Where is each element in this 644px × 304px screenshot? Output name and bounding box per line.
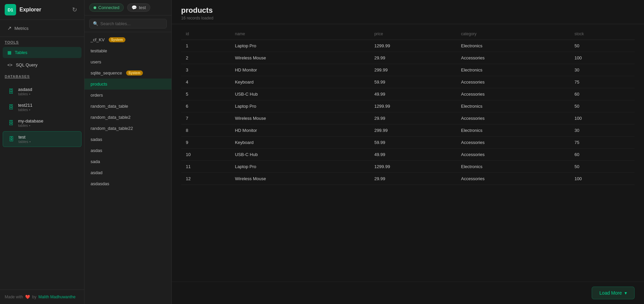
col-header-price: price	[370, 28, 457, 40]
logo-title: Explorer	[19, 7, 41, 13]
cell-price: 29.99	[370, 173, 457, 185]
db-icon: 🗄	[7, 119, 15, 127]
logo-box: D1	[5, 4, 16, 15]
cell-stock: 50	[570, 100, 635, 112]
cell-category: Electronics	[457, 100, 570, 112]
cell-price: 1299.99	[370, 100, 457, 112]
footer-by: by	[32, 295, 37, 299]
table-list-item[interactable]: asdas	[85, 145, 171, 156]
table-row[interactable]: 5USB-C Hub49.99Accessories60	[181, 88, 635, 100]
db-tag-icon: 💬	[131, 5, 137, 10]
table-row[interactable]: 11Laptop Pro1299.99Electronics50	[181, 161, 635, 173]
cell-name: HD Monitor	[230, 124, 369, 137]
refresh-button[interactable]: ↻	[69, 5, 79, 15]
cell-category: Accessories	[457, 76, 570, 88]
table-row[interactable]: 9Keyboard59.99Accessories75	[181, 137, 635, 149]
table-list-item[interactable]: sada	[85, 156, 171, 167]
table-list-item[interactable]: random_data_table22	[85, 123, 171, 134]
data-table: idnamepricecategorystock 1Laptop Pro1299…	[181, 28, 635, 185]
code-icon: <>	[7, 62, 12, 67]
table-row[interactable]: 4Keyboard59.99Accessories75	[181, 76, 635, 88]
cell-id: 2	[181, 52, 230, 64]
table-list-item[interactable]: random_data_table	[85, 101, 171, 112]
sidebar-db-item[interactable]: 🗄 asdasd tables •	[3, 84, 82, 99]
cell-name: Wireless Mouse	[230, 52, 369, 64]
cell-category: Accessories	[457, 137, 570, 149]
cell-price: 299.99	[370, 124, 457, 137]
cell-name: USB-C Hub	[230, 88, 369, 100]
databases-list: 🗄 asdasd tables • 🗄 test211 tables • 🗄 m…	[0, 81, 84, 290]
db-tag[interactable]: 💬 test	[127, 3, 150, 12]
table-row[interactable]: 8HD Monitor299.99Electronics30	[181, 124, 635, 137]
db-icon: 🗄	[7, 104, 15, 111]
table-name: products	[91, 82, 107, 87]
table-list-item[interactable]: asdasdas	[85, 178, 171, 189]
table-row[interactable]: 6Laptop Pro1299.99Electronics50	[181, 100, 635, 112]
table-list-item[interactable]: sadas	[85, 134, 171, 145]
footer-author-link[interactable]: Malith Madhuwanthe	[38, 295, 75, 299]
table-wrap: idnamepricecategorystock 1Laptop Pro1299…	[172, 24, 644, 282]
sidebar-db-item[interactable]: 🗄 test211 tables •	[3, 100, 82, 115]
table-list-item[interactable]: sqlite_sequenceSystem	[85, 67, 171, 79]
table-row[interactable]: 1Laptop Pro1299.99Electronics50	[181, 40, 635, 52]
table-list-item[interactable]: products	[85, 79, 171, 90]
table-name: asdas	[91, 148, 102, 153]
table-name: random_data_table22	[91, 126, 133, 131]
cell-stock: 75	[570, 137, 635, 149]
table-row[interactable]: 2Wireless Mouse29.99Accessories100	[181, 52, 635, 64]
db-sub: tables •	[18, 123, 43, 128]
sidebar-db-item[interactable]: 🗄 my-database tables •	[3, 115, 82, 131]
col-header-stock: stock	[570, 28, 635, 40]
cell-id: 4	[181, 76, 230, 88]
footer-heart: ❤️	[25, 295, 30, 299]
table-list-item[interactable]: users	[85, 56, 171, 67]
cell-price: 29.99	[370, 52, 457, 64]
cell-id: 11	[181, 161, 230, 173]
table-row[interactable]: 7Wireless Mouse29.99Accessories100	[181, 112, 635, 124]
table-row[interactable]: 3HD Monitor299.99Electronics30	[181, 64, 635, 76]
sql-nav-label: SQL Query	[16, 62, 38, 67]
cell-stock: 30	[570, 124, 635, 137]
metrics-section: ↗ Metrics	[0, 20, 84, 37]
content-header: products 16 records loaded	[172, 0, 644, 24]
table-body: 1Laptop Pro1299.99Electronics502Wireless…	[181, 40, 635, 185]
tools-label: TOOLS	[0, 37, 84, 46]
load-more-button[interactable]: Load More ▾	[592, 287, 635, 299]
search-box: 🔍	[85, 15, 171, 32]
connected-dot	[94, 6, 96, 9]
tables-list: _cf_KVSystemtesttableuserssqlite_sequenc…	[85, 32, 171, 304]
sidebar-db-item[interactable]: 🗄 test tables •	[3, 131, 82, 147]
search-input[interactable]	[100, 21, 163, 26]
footer-text: Made with	[5, 295, 23, 299]
cell-category: Electronics	[457, 40, 570, 52]
nav-tables[interactable]: ▦ Tables	[3, 47, 82, 58]
metrics-item[interactable]: ↗ Metrics	[5, 23, 79, 33]
table-row[interactable]: 10USB-C Hub49.99Accessories60	[181, 149, 635, 161]
cell-category: Accessories	[457, 112, 570, 124]
db-info: test211 tables •	[18, 103, 33, 112]
nav-sql-query[interactable]: <> SQL Query	[3, 59, 82, 70]
tables-nav-label: Tables	[15, 50, 28, 55]
table-list-item[interactable]: random_data_table2	[85, 112, 171, 123]
system-badge: System	[109, 37, 125, 42]
cell-name: Laptop Pro	[230, 161, 369, 173]
table-list-item[interactable]: _cf_KVSystem	[85, 34, 171, 45]
cell-id: 10	[181, 149, 230, 161]
table-row[interactable]: 12Wireless Mouse29.99Accessories100	[181, 173, 635, 185]
cell-price: 299.99	[370, 64, 457, 76]
connected-badge: Connected	[89, 3, 124, 12]
sidebar: D1 Explorer ↻ ↗ Metrics TOOLS ▦ Tables <…	[0, 0, 85, 304]
table-list-item[interactable]: testtable	[85, 45, 171, 56]
table-header: idnamepricecategorystock	[181, 28, 635, 40]
table-list-item[interactable]: orders	[85, 90, 171, 101]
cell-price: 1299.99	[370, 40, 457, 52]
page-title: products	[181, 6, 635, 15]
cell-category: Accessories	[457, 52, 570, 64]
cell-id: 8	[181, 124, 230, 137]
cell-id: 1	[181, 40, 230, 52]
load-more-bar: Load More ▾	[172, 282, 644, 304]
middle-panel: Connected 💬 test 🔍 _cf_KVSystemtesttable…	[85, 0, 172, 304]
table-list-item[interactable]: asdad	[85, 167, 171, 178]
main-content: products 16 records loaded idnamepriceca…	[172, 0, 644, 304]
cell-stock: 50	[570, 161, 635, 173]
